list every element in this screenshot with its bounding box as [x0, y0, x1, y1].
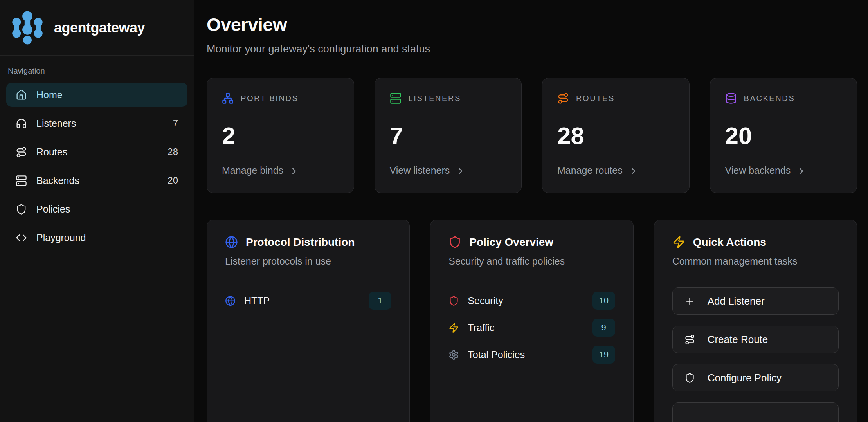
sidebar-item-policies[interactable]: Policies [6, 197, 187, 221]
sidebar-item-label: Backends [36, 175, 79, 186]
stat-label: BACKENDS [744, 94, 795, 103]
gear-icon [448, 350, 459, 360]
panel-head: Protocol Distribution [225, 236, 391, 249]
stat-link-label: View backends [725, 165, 791, 176]
stat-label: ROUTES [576, 94, 615, 103]
sidebar-item-label: Routes [36, 146, 67, 158]
stat-head: ROUTES [557, 92, 674, 104]
view-listeners-link[interactable]: View listeners [390, 165, 507, 176]
traffic-count-badge: 9 [592, 319, 615, 337]
stat-link-label: View listeners [390, 165, 450, 176]
stat-value: 7 [390, 124, 507, 148]
shield-icon [684, 373, 695, 383]
server-icon [390, 92, 402, 104]
stat-card-routes: ROUTES 28 Manage routes [542, 78, 690, 193]
manage-routes-link[interactable]: Manage routes [557, 165, 674, 176]
shield-icon [448, 236, 461, 249]
policy-row-traffic: Traffic 9 [448, 318, 615, 337]
sidebar: agentgateway Navigation Home Listeners 7… [0, 0, 194, 422]
stat-head: LISTENERS [390, 92, 507, 104]
sidebar-item-listeners[interactable]: Listeners 7 [6, 111, 187, 135]
policy-row-security: Security 10 [448, 291, 615, 310]
total-policies-badge: 19 [592, 346, 615, 364]
route-icon [684, 334, 695, 345]
panel-title: Protocol Distribution [246, 236, 355, 249]
sidebar-item-routes[interactable]: Routes 28 [6, 140, 187, 164]
panel-title: Policy Overview [469, 236, 553, 249]
panel-title: Quick Actions [693, 236, 766, 249]
sidebar-nav: Navigation Home Listeners 7 Routes 28 Ba… [0, 56, 194, 261]
route-icon [16, 146, 27, 158]
security-count-badge: 10 [592, 292, 615, 310]
arrow-right-icon [795, 166, 805, 176]
stat-head: BACKENDS [725, 92, 842, 104]
protocol-rows: HTTP 1 [225, 291, 391, 310]
server-icon [16, 175, 27, 186]
shield-icon [448, 296, 459, 306]
quick-action-partial-button[interactable] [672, 402, 839, 422]
protocol-count-badge: 1 [369, 292, 391, 310]
home-icon [16, 89, 27, 101]
sidebar-item-label: Policies [36, 204, 70, 215]
globe-icon [225, 236, 238, 249]
stat-value: 28 [557, 124, 674, 148]
nav-section-label: Navigation [8, 67, 187, 76]
configure-policy-button[interactable]: Configure Policy [672, 364, 839, 391]
zap-icon [448, 323, 459, 333]
globe-icon [225, 296, 236, 306]
stat-card-port-binds: PORT BINDS 2 Manage binds [207, 78, 354, 193]
quick-actions-card: Quick Actions Common management tasks Ad… [654, 220, 857, 422]
arrow-right-icon [454, 166, 464, 176]
action-label: Create Route [708, 334, 768, 346]
quick-actions-list: Add Listener Create Route Configure Poli… [672, 287, 839, 422]
protocol-distribution-card: Protocol Distribution Listener protocols… [207, 220, 410, 422]
nav-count-listeners: 7 [173, 118, 178, 129]
zap-icon [672, 236, 685, 249]
stat-value: 20 [725, 124, 842, 148]
logo-icon [9, 11, 46, 45]
panel-head: Quick Actions [672, 236, 839, 249]
plus-icon [684, 296, 695, 307]
policy-rows: Security 10 Traffic 9 Total Policies 19 [448, 291, 615, 364]
sidebar-item-label: Playground [36, 232, 86, 243]
sidebar-item-backends[interactable]: Backends 20 [6, 168, 187, 193]
app-logo[interactable]: agentgateway [0, 0, 194, 56]
stats-grid: PORT BINDS 2 Manage binds LISTENERS 7 Vi… [207, 78, 857, 193]
shield-icon [16, 204, 27, 215]
policy-overview-card: Policy Overview Security and traffic pol… [430, 220, 633, 422]
sidebar-item-label: Listeners [36, 118, 76, 129]
policy-label: Total Policies [468, 349, 525, 361]
add-listener-button[interactable]: Add Listener [672, 287, 839, 315]
panel-grid: Protocol Distribution Listener protocols… [207, 220, 857, 422]
panel-subtitle: Common management tasks [672, 256, 839, 267]
app-name: agentgateway [54, 20, 145, 36]
action-label: Configure Policy [708, 372, 782, 384]
create-route-button[interactable]: Create Route [672, 326, 839, 353]
main-content: Overview Monitor your gateway's configur… [194, 0, 868, 422]
protocol-row-http: HTTP 1 [225, 291, 391, 310]
stat-value: 2 [222, 124, 339, 148]
stat-label: PORT BINDS [241, 94, 299, 103]
action-label: Add Listener [708, 295, 765, 307]
stat-card-backends: BACKENDS 20 View backends [710, 78, 857, 193]
stat-card-listeners: LISTENERS 7 View listeners [375, 78, 522, 193]
arrow-right-icon [627, 166, 637, 176]
panel-head: Policy Overview [448, 236, 615, 249]
headphones-icon [16, 118, 27, 129]
database-icon [725, 92, 737, 104]
arrow-right-icon [288, 166, 297, 176]
code-icon [16, 232, 27, 243]
panel-subtitle: Listener protocols in use [225, 256, 391, 267]
policy-row-total: Total Policies 19 [448, 345, 615, 364]
network-icon [222, 92, 234, 104]
nav-count-backends: 20 [167, 175, 178, 186]
sidebar-item-playground[interactable]: Playground [6, 225, 187, 250]
manage-binds-link[interactable]: Manage binds [222, 165, 339, 176]
sidebar-item-home[interactable]: Home [6, 83, 187, 107]
stat-label: LISTENERS [409, 94, 461, 103]
policy-label: Security [468, 295, 503, 307]
policy-label: Traffic [468, 322, 494, 334]
protocol-label: HTTP [244, 295, 270, 307]
page-title: Overview [207, 14, 857, 35]
view-backends-link[interactable]: View backends [725, 165, 842, 176]
